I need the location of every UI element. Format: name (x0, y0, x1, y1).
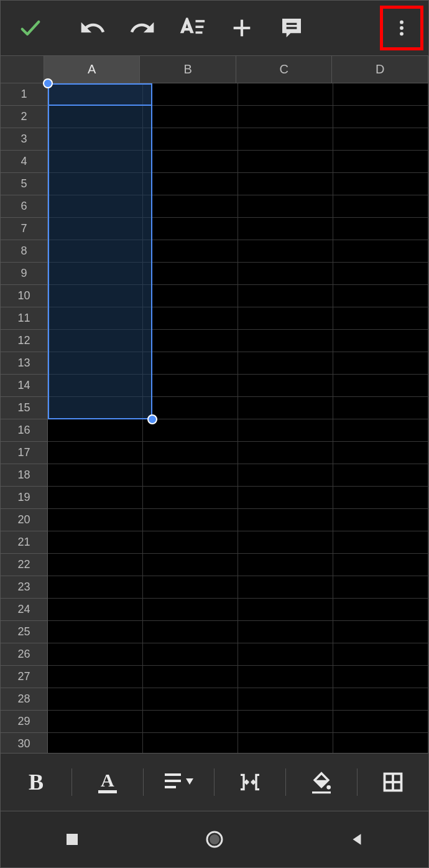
cell[interactable] (238, 151, 333, 173)
selection-handle-top-left[interactable] (43, 78, 53, 88)
cell[interactable] (238, 531, 333, 554)
cell[interactable] (238, 106, 333, 128)
cell[interactable] (238, 599, 333, 621)
cell[interactable] (333, 375, 428, 397)
cell[interactable] (333, 397, 428, 419)
cell[interactable] (238, 621, 333, 643)
row-header[interactable]: 24 (1, 599, 48, 621)
cell[interactable] (333, 666, 428, 688)
cell[interactable] (333, 464, 428, 487)
row-header[interactable]: 11 (1, 307, 48, 330)
cell[interactable] (238, 240, 333, 263)
cell[interactable] (333, 442, 428, 464)
cell[interactable] (238, 464, 333, 487)
column-header[interactable]: A (44, 56, 141, 83)
cell[interactable] (238, 263, 333, 285)
cell[interactable] (238, 128, 333, 151)
row-header[interactable]: 1 (1, 83, 48, 106)
insert-button[interactable] (217, 6, 267, 50)
cell[interactable] (48, 688, 143, 711)
select-all-corner[interactable] (1, 56, 44, 83)
cell[interactable] (48, 711, 143, 733)
cell[interactable] (48, 599, 143, 621)
row-header[interactable]: 8 (1, 240, 48, 263)
cell[interactable] (48, 240, 143, 263)
cell[interactable] (238, 307, 333, 330)
cell[interactable] (48, 352, 143, 375)
nav-recents-button[interactable] (35, 821, 109, 858)
cell[interactable] (333, 151, 428, 173)
cell[interactable] (48, 442, 143, 464)
cell[interactable] (143, 554, 238, 576)
cell[interactable] (143, 330, 238, 352)
row-header[interactable]: 12 (1, 330, 48, 352)
cell[interactable] (333, 173, 428, 195)
cell[interactable] (333, 83, 428, 106)
row-header[interactable]: 6 (1, 195, 48, 218)
cell[interactable] (333, 330, 428, 352)
cell[interactable] (143, 397, 238, 419)
cell[interactable] (143, 643, 238, 666)
cell[interactable] (143, 240, 238, 263)
cell[interactable] (238, 173, 333, 195)
cell[interactable] (238, 218, 333, 240)
nav-home-button[interactable] (177, 821, 252, 858)
cell[interactable] (48, 621, 143, 643)
row-header[interactable]: 21 (1, 531, 48, 554)
cell[interactable] (48, 733, 143, 753)
cell[interactable] (48, 330, 143, 352)
cell[interactable] (143, 531, 238, 554)
row-header[interactable]: 17 (1, 442, 48, 464)
cell[interactable] (333, 240, 428, 263)
cell[interactable] (238, 285, 333, 307)
cell[interactable] (333, 711, 428, 733)
cell[interactable] (333, 263, 428, 285)
row-header[interactable]: 7 (1, 218, 48, 240)
cell[interactable] (48, 576, 143, 599)
row-header[interactable]: 19 (1, 487, 48, 509)
row-header[interactable]: 18 (1, 464, 48, 487)
cell[interactable] (143, 442, 238, 464)
redo-button[interactable] (118, 6, 167, 50)
cell[interactable] (333, 352, 428, 375)
cell[interactable] (238, 419, 333, 442)
row-header[interactable]: 23 (1, 576, 48, 599)
row-header[interactable]: 14 (1, 375, 48, 397)
align-button[interactable] (144, 763, 214, 801)
row-header[interactable]: 25 (1, 621, 48, 643)
row-header[interactable]: 29 (1, 711, 48, 733)
cell[interactable] (238, 643, 333, 666)
cell[interactable] (48, 487, 143, 509)
more-options-button[interactable] (383, 9, 420, 47)
cell[interactable] (143, 464, 238, 487)
cell[interactable] (48, 151, 143, 173)
row-header[interactable]: 9 (1, 263, 48, 285)
row-header[interactable]: 22 (1, 554, 48, 576)
cell[interactable] (333, 531, 428, 554)
row-header[interactable]: 26 (1, 643, 48, 666)
cell[interactable] (238, 375, 333, 397)
column-header[interactable]: C (236, 56, 333, 83)
cell[interactable] (238, 509, 333, 531)
cell[interactable] (238, 487, 333, 509)
cell[interactable] (48, 419, 143, 442)
cell[interactable] (333, 599, 428, 621)
cell[interactable] (48, 509, 143, 531)
cell[interactable] (143, 621, 238, 643)
cell[interactable] (238, 352, 333, 375)
row-header[interactable]: 27 (1, 666, 48, 688)
cell[interactable] (48, 106, 143, 128)
cell[interactable] (143, 509, 238, 531)
cell[interactable] (143, 285, 238, 307)
cell[interactable] (48, 83, 143, 106)
cell[interactable] (143, 599, 238, 621)
cell[interactable] (238, 576, 333, 599)
row-header[interactable]: 16 (1, 419, 48, 442)
row-header[interactable]: 15 (1, 397, 48, 419)
cell[interactable] (333, 621, 428, 643)
cell[interactable] (48, 666, 143, 688)
cell[interactable] (143, 106, 238, 128)
borders-button[interactable] (358, 763, 428, 801)
cell[interactable] (333, 195, 428, 218)
cell[interactable] (333, 576, 428, 599)
